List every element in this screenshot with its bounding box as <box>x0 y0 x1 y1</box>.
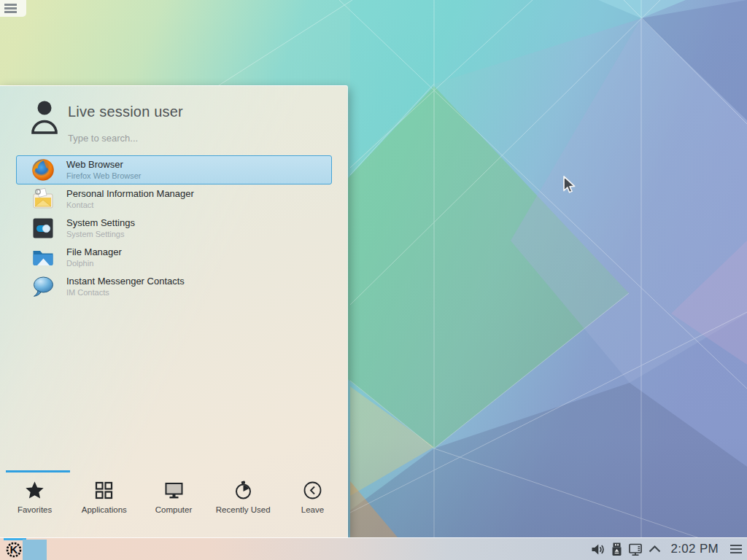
list-item-system-settings[interactable]: System Settings System Settings <box>16 214 332 243</box>
launcher-tabbar: Favorites Applications <box>0 470 347 537</box>
user-name: Live session user <box>68 104 183 120</box>
desktop-toolbox-button[interactable] <box>0 0 26 17</box>
desktop: Live session user <box>0 0 747 560</box>
kde-logo-icon: K <box>5 541 23 559</box>
taskbar: K <box>0 537 747 560</box>
desktop-pager[interactable] <box>23 540 47 560</box>
list-item-title: Personal Information Manager <box>66 188 194 199</box>
stopwatch-icon <box>233 481 253 500</box>
star-icon <box>25 481 44 500</box>
tab-label: Leave <box>301 505 324 514</box>
tab-favorites[interactable]: Favorites <box>0 481 69 537</box>
favorites-list: Web Browser Firefox Web Browser Personal… <box>16 155 332 301</box>
search-input[interactable] <box>68 130 309 146</box>
hamburger-icon <box>4 7 17 9</box>
chevron-up-icon[interactable] <box>647 542 662 557</box>
tab-applications[interactable]: Applications <box>69 481 139 537</box>
list-item-title: System Settings <box>66 217 135 228</box>
tab-label: Applications <box>82 505 127 514</box>
tab-recently-used[interactable]: Recently Used <box>209 481 278 537</box>
list-item-web-browser[interactable]: Web Browser Firefox Web Browser <box>16 155 332 184</box>
leave-circle-icon <box>303 481 322 500</box>
list-item-subtitle: Firefox Web Browser <box>66 171 142 181</box>
tab-leave[interactable]: Leave <box>278 481 347 537</box>
list-item-pim[interactable]: Personal Information Manager Kontact <box>16 184 332 214</box>
tab-label: Computer <box>155 505 193 514</box>
list-item-subtitle: IM Contacts <box>66 288 185 298</box>
grid-icon <box>94 481 114 500</box>
list-item-subtitle: System Settings <box>66 230 135 239</box>
monitor-icon <box>164 481 184 500</box>
hamburger-icon <box>730 552 742 553</box>
hamburger-icon <box>4 4 17 6</box>
list-item-file-manager[interactable]: File Manager Dolphin <box>16 243 332 272</box>
volume-icon[interactable] <box>590 542 605 557</box>
list-item-title: File Manager <box>66 246 122 257</box>
settings-toggle-icon <box>31 217 55 240</box>
mouse-cursor <box>560 174 578 196</box>
list-item-title: Instant Messenger Contacts <box>66 276 185 287</box>
firefox-icon <box>31 158 55 182</box>
list-item-im-contacts[interactable]: Instant Messenger Contacts IM Contacts <box>16 272 332 301</box>
hamburger-icon <box>730 548 742 550</box>
system-tray: 2:02 PM <box>590 538 743 560</box>
svg-text:K: K <box>10 543 18 556</box>
list-item-subtitle: Dolphin <box>66 259 122 268</box>
application-launcher-menu: Live session user <box>0 85 348 537</box>
chat-bubble-icon <box>31 275 55 298</box>
launcher-header: Live session user <box>0 86 347 155</box>
list-item-subtitle: Kontact <box>66 201 194 210</box>
device-notifier-icon[interactable] <box>609 542 624 557</box>
clock[interactable]: 2:02 PM <box>671 542 719 556</box>
tab-label: Favorites <box>18 505 52 514</box>
tab-label: Recently Used <box>216 505 271 514</box>
list-item-title: Web Browser <box>66 159 142 170</box>
hamburger-icon <box>730 545 742 546</box>
tab-computer[interactable]: Computer <box>139 481 208 537</box>
active-tab-indicator <box>6 470 70 472</box>
panel-menu-button[interactable] <box>729 542 743 556</box>
display-icon[interactable] <box>628 542 643 557</box>
kontact-envelope-icon <box>31 187 55 211</box>
blue-folder-icon <box>31 246 55 269</box>
user-avatar-icon <box>29 99 60 136</box>
hamburger-icon <box>4 11 17 13</box>
